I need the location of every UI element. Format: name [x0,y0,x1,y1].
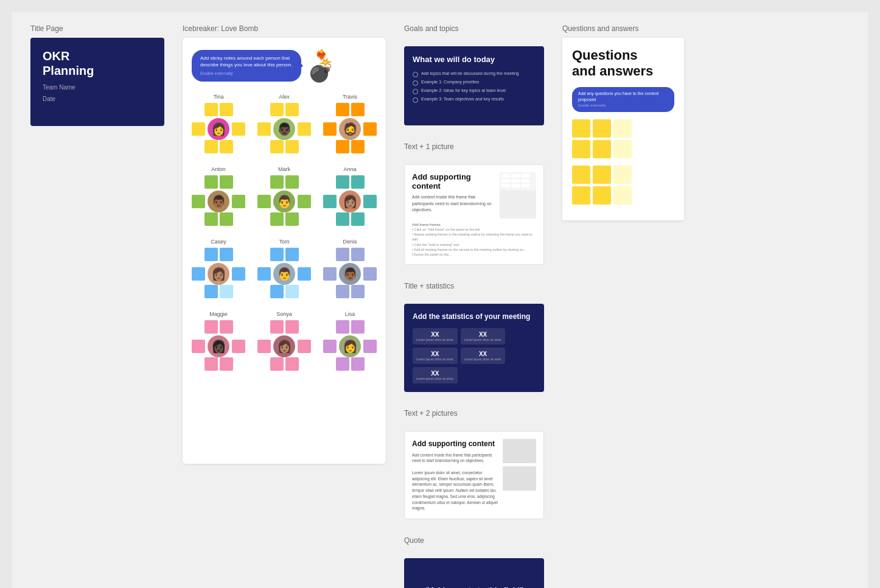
text2pic-title: Add supporting content [412,439,498,449]
person-row-4: Maggie 👩🏿 [192,311,377,373]
icebreaker-instruction: Add sticky notes around each person that… [192,50,301,82]
text-1-pic-card[interactable]: Add supporting content Add content insid… [404,164,544,265]
title-page-column: Title Page OKR Planning Team Name Date [30,24,164,588]
stat-box-1: XX Lorem ipsum dolor sit amet. [461,328,506,345]
stat-box-2: XX Lorem ipsum dolor sit amet. [413,348,458,364]
pic-placeholder-1 [503,439,536,463]
person-row-2: Anton 👨🏾 [192,166,377,228]
quote-card[interactable]: "Add a quote to this field" Lorem Ipsum,… [404,558,544,588]
person-row-1: Tina 👩 [192,94,377,155]
goals-item-3: Example 3: Team objectives and key resul… [413,97,536,103]
stat-box-3: XX Lorem ipsum dolor sit amet. [461,348,506,364]
title-page-label: Title Page [30,24,164,33]
person-alex: Alex 👨🏿 [257,94,311,155]
okr-title: OKR Planning [43,49,152,78]
text-2-pic-card[interactable]: Add supporting content Add content insid… [404,431,544,519]
date-label: Date [43,96,152,102]
icebreaker-header: Add sticky notes around each person that… [192,50,377,82]
qa-stickies [572,119,674,205]
icebreaker-column: Icebreaker: Love Bomb Add sticky notes a… [183,24,386,588]
icebreaker-label: Icebreaker: Love Bomb [183,24,386,33]
qa-card[interactable]: Questionsand answers Add any questions y… [562,38,684,220]
goals-column: Goals and topics What we will do today A… [404,24,544,588]
avatar-mark: 👨 [273,191,295,212]
person-denis: Denis 👨🏾 [323,239,377,300]
bomb-icon: 💣 [307,60,335,82]
person-sonya: Sonya 👩🏽 [257,311,311,373]
avatar-tom: 👨 [273,263,295,285]
goals-item-2: Example 2: Ideas for key topics at team … [413,88,536,94]
avatar-travis: 🧔 [339,118,361,140]
person-casey: Casey 👩🏽 [192,239,245,300]
goals-item-1: Example 1: Company priorities [413,80,536,86]
quote-text: "Add a quote to this field" [425,585,523,588]
main-canvas: Title Page OKR Planning Team Name Date I… [12,12,868,588]
text1pic-instructions: Add frame frames • Click on "Add frame" … [412,222,536,257]
pic-placeholder-2 [503,466,536,491]
avatar-denis: 👨🏾 [339,263,361,285]
qa-instruction: Add any questions you have to the conten… [572,87,674,112]
text2pic-body: Add content inside this frame that parti… [412,452,498,512]
goals-item-0: Add topics that will be discussed during… [413,71,536,77]
avatar-anna: 👩🏽 [339,191,361,212]
person-tom: Tom 👨 [257,239,311,300]
icebreaker-card[interactable]: Add sticky notes around each person that… [183,38,386,464]
stats-title: Add the statistics of your meeting [413,312,536,322]
qa-label: Questions and answers [562,24,684,33]
text1pic-body: Add content inside this frame that parti… [412,194,495,214]
qa-column: Questions and answers Questionsand answe… [562,24,684,588]
avatar-sonya: 👩🏽 [273,335,295,357]
persons-grid: Tina 👩 [192,94,377,373]
person-maggie: Maggie 👩🏿 [192,311,245,373]
bomb-container: ❤️‍🔥 💣 [307,50,335,82]
text2pic-images [503,439,536,511]
avatar-tina: 👩 [208,118,229,140]
goals-title: What we will do today [413,55,536,65]
qa-title: Questionsand answers [572,47,674,80]
avatar-maggie: 👩🏿 [208,335,229,357]
person-travis: Travis 🧔 [323,94,377,155]
avatar-alex: 👨🏿 [273,118,295,140]
team-label: Team Name [43,84,152,91]
quote-label: Quote [404,536,544,545]
stats-row: XX Lorem ipsum dolor sit amet. XX Lorem … [413,328,536,383]
person-mark: Mark 👨 [257,166,311,228]
goals-card[interactable]: What we will do today Add topics that wi… [404,46,544,125]
stat-box-4: XX Lorem ipsum dolor sit amet. [413,367,458,383]
avatar-casey: 👩🏽 [208,263,229,285]
person-tina: Tina 👩 [192,94,245,155]
person-anna: Anna 👩🏽 [323,166,377,228]
text1pic-image [500,172,536,219]
stat-box-0: XX Lorem ipsum dolor sit amet. [413,328,458,345]
stats-label: Title + statistics [404,282,544,290]
goals-label: Goals and topics [404,24,544,33]
avatar-anton: 👨🏾 [208,191,229,212]
person-row-3: Casey 👩🏽 [192,239,377,300]
text2pic-label: Text + 2 pictures [404,409,544,418]
person-anton: Anton 👨🏾 [192,166,245,228]
text1pic-label: Text + 1 picture [404,142,544,151]
stats-card[interactable]: Add the statistics of your meeting XX Lo… [404,304,544,392]
person-lisa: Lisa 👩 [323,311,377,373]
avatar-lisa: 👩 [339,335,361,357]
title-page-card[interactable]: OKR Planning Team Name Date [30,38,164,126]
text1pic-title: Add supporting content [412,172,495,191]
